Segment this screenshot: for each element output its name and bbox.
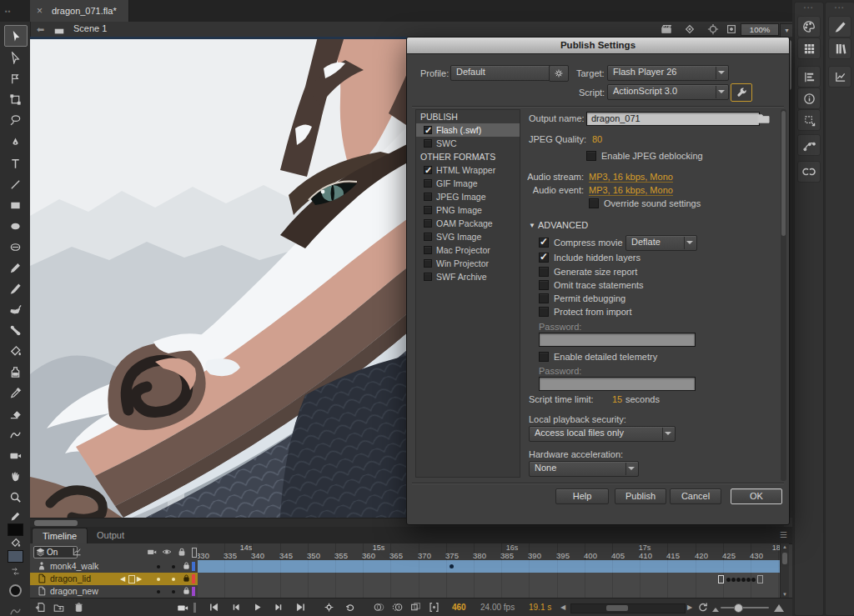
tab-output[interactable]: Output <box>87 528 134 543</box>
publish-button[interactable]: Publish <box>615 488 666 504</box>
scrollbar-thumb[interactable] <box>606 605 628 611</box>
tab-timeline[interactable]: Timeline <box>32 528 88 544</box>
timeline-zoom-knob[interactable] <box>734 603 743 613</box>
hand-tool[interactable] <box>7 468 23 484</box>
zoom-level-input[interactable]: 100% <box>741 23 779 36</box>
step-forward-icon[interactable] <box>274 602 284 613</box>
camera-dot[interactable] <box>157 590 160 593</box>
paint-brush-tool[interactable] <box>7 301 23 318</box>
stroke-color-swatch[interactable] <box>8 523 23 536</box>
frames-vertical-scrollbar[interactable]: ▲ ▼ <box>780 543 789 598</box>
lock-column-icon[interactable] <box>177 547 187 557</box>
timeline-horizontal-scrollbar[interactable] <box>570 603 686 613</box>
visibility-column-icon[interactable] <box>162 547 172 557</box>
frame-track-dragon-lid[interactable] <box>198 573 780 586</box>
keyframe-dot[interactable] <box>731 578 736 582</box>
layer-name[interactable]: dragon_new <box>50 585 98 598</box>
lock-icon[interactable] <box>182 586 191 595</box>
format-row-mac[interactable]: Mac Projector <box>416 243 520 257</box>
pen-tool[interactable] <box>7 134 23 151</box>
checkbox[interactable] <box>539 352 549 362</box>
advanced-section-toggle[interactable]: ▼ ADVANCED <box>529 220 588 230</box>
new-layer-icon[interactable] <box>35 602 46 613</box>
play-icon[interactable] <box>252 602 263 613</box>
selection-tool[interactable] <box>4 25 28 47</box>
password-input[interactable] <box>539 333 696 347</box>
lock-icon[interactable] <box>182 561 191 570</box>
hardware-acceleration-dropdown[interactable]: None <box>529 461 639 477</box>
scrollbar-thumb[interactable] <box>782 553 787 564</box>
edit-scene-menu-icon[interactable] <box>661 23 672 35</box>
omit-trace-option[interactable]: Omit trace statements <box>539 280 644 290</box>
layer-color-chip[interactable] <box>192 587 195 596</box>
checkbox[interactable] <box>539 280 549 290</box>
script-time-limit-value[interactable]: 15 <box>612 394 622 404</box>
modify-markers-icon[interactable] <box>429 602 440 613</box>
format-row-swc[interactable]: SWC <box>416 137 520 150</box>
format-row-archive[interactable]: SWF Archive <box>416 270 520 283</box>
format-row-gif[interactable]: GIF Image <box>416 177 520 190</box>
clip-content-icon[interactable] <box>726 23 737 35</box>
back-arrow-icon[interactable]: ⬅ <box>37 24 44 35</box>
primitive-oval-tool[interactable] <box>7 238 23 255</box>
visibility-dot[interactable] <box>172 565 175 568</box>
layer-name[interactable]: monk4_walk <box>50 560 98 573</box>
audio-stream-value[interactable]: MP3, 16 kbps, Mono <box>589 172 673 183</box>
zoom-in-frames-icon[interactable] <box>774 604 784 612</box>
script-dropdown[interactable]: ActionScript 3.0 <box>607 84 729 100</box>
scroll-left-icon[interactable]: ◀ <box>560 603 565 611</box>
rectangle-tool[interactable] <box>7 197 23 213</box>
format-checkbox[interactable] <box>424 233 432 241</box>
layer-name[interactable]: dragon_lid <box>50 573 91 585</box>
layer-color-chip[interactable] <box>192 562 195 571</box>
history-panel-button[interactable] <box>828 66 851 88</box>
paint-bucket-tool[interactable] <box>7 343 23 359</box>
telemetry-password-input[interactable] <box>539 377 696 391</box>
graph-editor-icon[interactable] <box>72 547 82 557</box>
panel-menu-icon[interactable]: ☰ <box>780 530 787 539</box>
output-name-input[interactable]: dragon_071 <box>586 112 760 126</box>
telemetry-option[interactable]: Enable detailed telemetry <box>539 352 657 362</box>
checkbox[interactable] <box>539 253 549 263</box>
dock-grip-icon[interactable]: ▪▪▪ <box>795 5 823 10</box>
frame-track-dragon-new[interactable] <box>198 585 780 598</box>
format-checkbox[interactable] <box>424 179 432 188</box>
scroll-up-icon[interactable]: ▲ <box>781 544 788 549</box>
format-checkbox[interactable] <box>424 166 432 174</box>
onion-skin-icon[interactable] <box>374 602 384 613</box>
help-button[interactable]: Help <box>555 488 609 504</box>
scroll-down-icon[interactable]: ▼ <box>781 592 788 597</box>
edit-multiple-frames-icon[interactable] <box>410 602 421 613</box>
swatches-panel-button[interactable] <box>797 38 821 59</box>
protect-from-import-option[interactable]: Protect from import <box>539 307 632 317</box>
zoom-tool[interactable] <box>7 488 23 505</box>
keyframe-hollow[interactable] <box>757 575 763 583</box>
camera-dot[interactable] <box>157 565 160 568</box>
dock-grip-icon[interactable]: ▪▪▪ <box>826 5 854 10</box>
format-row-svg[interactable]: SVG Image <box>416 230 520 243</box>
timeline-zoom-slider[interactable] <box>721 607 769 608</box>
permit-debugging-option[interactable]: Permit debugging <box>539 293 625 303</box>
format-row-oam[interactable]: OAM Package <box>416 217 520 230</box>
lock-icon[interactable] <box>182 573 191 583</box>
frame-rate-indicator[interactable]: 24.00 fps <box>480 603 515 612</box>
brush-library-panel-button[interactable] <box>828 16 851 38</box>
checkbox[interactable] <box>539 293 549 303</box>
center-frame-icon[interactable] <box>324 602 334 613</box>
profile-options-button[interactable] <box>549 65 569 82</box>
format-row-win[interactable]: Win Projector <box>416 257 520 270</box>
script-settings-button[interactable] <box>731 83 752 102</box>
layer-row-monk4-walk[interactable]: monk4_walk <box>30 560 198 573</box>
camera-tool[interactable] <box>7 447 23 463</box>
go-to-last-frame-icon[interactable] <box>295 602 306 613</box>
stroke-color-icon[interactable] <box>7 510 23 522</box>
edit-symbols-icon[interactable] <box>684 23 696 35</box>
include-hidden-layers-option[interactable]: Include hidden layers <box>539 253 640 263</box>
dialog-title[interactable]: Publish Settings <box>407 38 789 54</box>
keyframe-dot[interactable] <box>741 578 746 582</box>
checkbox[interactable] <box>586 151 596 161</box>
frame-track-monk4-walk[interactable] <box>198 560 780 573</box>
keyframe-dot[interactable] <box>726 578 731 582</box>
audio-event-value[interactable]: MP3, 16 kbps, Mono <box>589 185 673 196</box>
compress-method-dropdown[interactable]: Deflate <box>625 235 697 251</box>
